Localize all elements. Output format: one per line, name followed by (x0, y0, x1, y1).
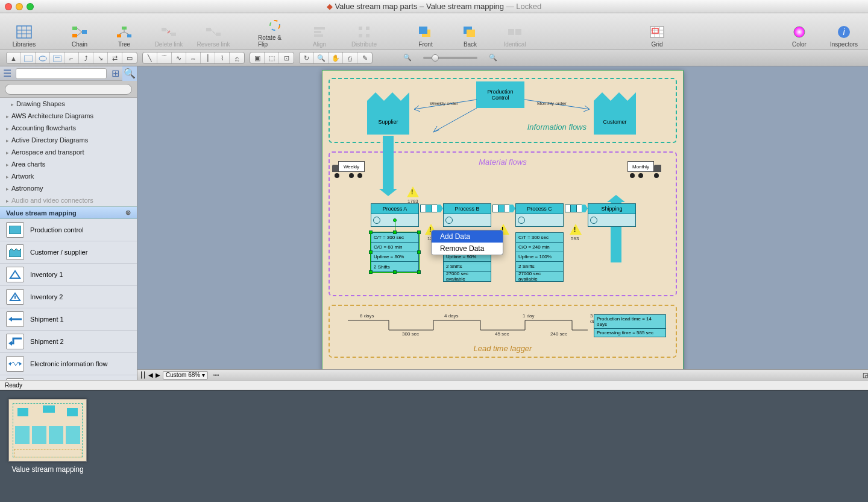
zoom-out-button[interactable]: 🔍 (400, 52, 415, 64)
truck-monthly[interactable]: Monthly (624, 161, 661, 178)
pages-panel: Value stream mapping (0, 390, 868, 502)
connector-tool-3[interactable]: ↘ (93, 52, 108, 64)
search-icon[interactable]: 🔍 (122, 66, 137, 81)
sidebar-header: ☰ ⊞ 🔍 (0, 66, 137, 81)
shape-item[interactable]: Shipment 1 (0, 308, 137, 331)
close-section-icon[interactable]: ⊗ (125, 209, 131, 217)
inspectors-button[interactable]: iInspectors (827, 15, 861, 48)
data-box-a-selected[interactable]: C/T = 300 sec C/O = 60 min Uptime = 80% … (371, 232, 419, 272)
shape-item[interactable]: Inventory 1 (0, 264, 137, 286)
canvas[interactable]: Information flows Supplier Customer Prod… (137, 66, 868, 369)
group-tools[interactable]: ▣ ⬚ ⊡ (250, 52, 294, 64)
text-tool[interactable] (50, 52, 64, 64)
search-input[interactable] (5, 84, 132, 95)
shipping-box[interactable]: Shipping (588, 203, 636, 227)
connector-tool-4[interactable]: ⇄ (108, 52, 122, 64)
group-tool-2[interactable]: ⬚ (265, 52, 279, 64)
lead-time-label: Lead time lagger (330, 344, 676, 353)
ellipse-tool[interactable] (36, 52, 50, 64)
category-row[interactable]: Area charts (0, 158, 137, 170)
resize-corner-icon[interactable]: ◲ (863, 372, 868, 378)
group-tool-1[interactable]: ▣ (250, 52, 265, 64)
category-row[interactable]: Drawing Shapes (0, 98, 137, 110)
section-header[interactable]: Value stream mapping⊗ (0, 206, 137, 219)
zoom-in-button[interactable]: 🔍 (486, 52, 500, 64)
line-tool-7[interactable]: ⎌ (230, 52, 244, 64)
shape-item[interactable]: Production control (0, 219, 137, 241)
next-page-icon[interactable]: ▶ (156, 372, 160, 378)
shape-item[interactable]: Inventory 2 (0, 286, 137, 308)
line-tools[interactable]: ╲ ⌒ ∿ ⎓ ⎮ ⌇ ⎌ (142, 52, 245, 64)
category-row[interactable]: Astronomy (0, 182, 137, 194)
truck-weekly[interactable]: Weekly (332, 161, 370, 178)
refresh-tool[interactable]: ↻ (300, 52, 314, 64)
zoom-select[interactable]: Custom 68% ▾ (163, 371, 208, 380)
process-b-box[interactable]: Process B (443, 203, 491, 227)
tree-view-icon[interactable]: ☰ (0, 66, 14, 81)
shape-item[interactable]: Electronic information flow (0, 353, 137, 375)
production-control-shape[interactable]: Production Control (476, 81, 524, 108)
view-tools[interactable]: ↻ 🔍 ✋ ⎙ ✎ (299, 52, 373, 64)
category-row[interactable]: Accounting flowcharts (0, 122, 137, 134)
category-row[interactable]: Audio and video connectors (0, 194, 137, 206)
category-row[interactable]: AWS Architecture Diagrams (0, 110, 137, 122)
inventory-triangle[interactable] (407, 186, 419, 197)
connector-tool-2[interactable]: ⤴ (79, 52, 93, 64)
stamp-tool[interactable]: ⎙ (343, 52, 357, 64)
connector-tool-1[interactable]: ⌐ (64, 52, 79, 64)
back-button[interactable]: Back (453, 15, 487, 48)
svg-rect-10 (127, 34, 131, 37)
ctx-remove-data[interactable]: Remove Data (432, 243, 503, 255)
delete-link-button: Delete link (152, 15, 186, 48)
line-tool-3[interactable]: ∿ (172, 52, 186, 64)
inventory-triangle[interactable] (570, 224, 582, 235)
category-row[interactable]: Artwork (0, 170, 137, 182)
scroll-control[interactable]: ⎮⎮ (140, 372, 146, 378)
svg-rect-24 (359, 34, 362, 37)
grid-view-icon[interactable]: ⊞ (108, 66, 122, 81)
tree-button[interactable]: Tree (107, 15, 141, 48)
view-mode-buttons[interactable]: ▫▫▫ (213, 372, 219, 378)
pointer-tool[interactable]: ▲ (7, 52, 21, 64)
category-row[interactable]: Aerospace and transport (0, 146, 137, 158)
color-button[interactable]: Color (782, 15, 816, 48)
sidebar-filter-input[interactable] (16, 68, 107, 79)
close-icon[interactable] (5, 3, 12, 10)
line-tool-2[interactable]: ⌒ (157, 52, 172, 64)
svg-rect-14 (206, 28, 211, 31)
customer-shape[interactable]: Customer (594, 101, 636, 135)
chain-button[interactable]: Chain (63, 15, 96, 48)
monthly-order-label: Monthly order (537, 101, 567, 106)
ctx-add-data[interactable]: Add Data (432, 230, 503, 243)
line-tool-5[interactable]: ⎮ (201, 52, 215, 64)
libraries-button[interactable]: Libraries (7, 15, 41, 48)
svg-point-43 (39, 56, 46, 61)
magnify-tool[interactable]: 🔍 (314, 52, 329, 64)
connector-tool-5[interactable]: ▭ (122, 52, 137, 64)
page-thumbnail[interactable]: Value stream mapping (8, 399, 87, 474)
supplier-shape[interactable]: Supplier (367, 101, 409, 135)
line-tool-4[interactable]: ⎓ (186, 52, 201, 64)
zoom-slider[interactable] (423, 57, 477, 59)
category-row[interactable]: Active Directory Diagrams (0, 134, 137, 146)
context-menu[interactable]: Add Data Remove Data (431, 230, 503, 255)
group-tool-3[interactable]: ⊡ (279, 52, 294, 64)
front-button[interactable]: Front (409, 15, 442, 48)
minimize-icon[interactable] (16, 3, 23, 10)
rect-tool[interactable] (21, 52, 36, 64)
data-box-c[interactable]: C/T = 300 secC/O = 240 min Uptime = 100%… (515, 232, 564, 282)
diagram-page[interactable]: Information flows Supplier Customer Prod… (322, 70, 684, 369)
line-tool-6[interactable]: ⌇ (215, 52, 230, 64)
selection-tools[interactable]: ▲ ⌐ ⤴ ↘ ⇄ ▭ (6, 52, 137, 64)
zoom-icon[interactable] (27, 3, 34, 10)
line-tool-1[interactable]: ╲ (143, 52, 157, 64)
lead-time-info[interactable]: Production lead time = 14 days Processin… (594, 314, 666, 337)
process-c-box[interactable]: Process C (515, 203, 564, 227)
shape-item[interactable]: Shipment 2 (0, 331, 137, 353)
eyedropper-tool[interactable]: ✎ (357, 52, 372, 64)
prev-page-icon[interactable]: ◀ (148, 372, 153, 378)
shape-item[interactable]: Customer / supplier (0, 241, 137, 264)
rotate-flip-button[interactable]: Rotate & Flip (258, 15, 292, 48)
pan-tool[interactable]: ✋ (329, 52, 343, 64)
grid-button[interactable]: Grid (640, 15, 674, 48)
